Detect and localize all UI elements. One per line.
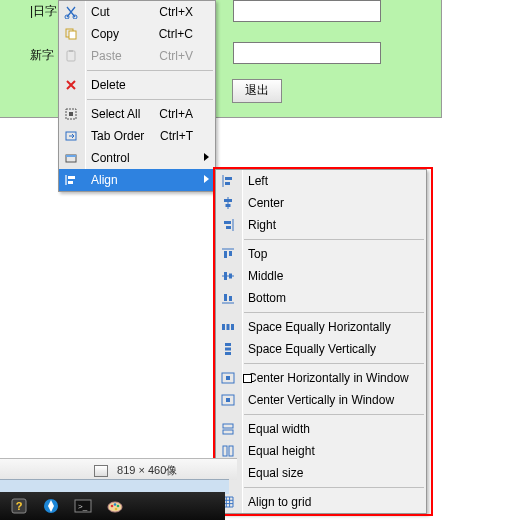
align-top[interactable]: Top [216,243,426,265]
svg-rect-23 [224,294,227,301]
control-icon [63,150,79,166]
taskbar-app-help[interactable]: ? [8,496,30,516]
svg-rect-11 [68,176,75,179]
label-new-field: 新字 [30,47,54,64]
svg-rect-35 [223,424,233,428]
svg-rect-13 [225,177,232,180]
menu-label: Select All [91,107,140,121]
size-icon [94,465,108,477]
align-center-icon [220,195,236,211]
menu-shortcut: Ctrl+V [159,45,193,67]
equal-height-icon [220,443,236,459]
windows-taskbar: ? >_ [0,492,225,520]
svg-rect-26 [227,324,230,330]
svg-rect-21 [224,272,227,280]
paste-icon [63,48,79,64]
menu-label: Copy [91,27,119,41]
textbox-new[interactable] [233,42,381,64]
align-space-v[interactable]: Space Equally Vertically [216,338,426,360]
svg-rect-34 [226,398,230,402]
menu-separator [87,99,213,100]
context-menu: Cut Ctrl+X Copy Ctrl+C Paste Ctrl+V Dele… [58,0,216,192]
menu-label: Middle [248,269,283,283]
menu-separator [244,239,424,240]
taskbar-app-paint[interactable] [104,496,126,516]
svg-rect-24 [229,296,232,301]
svg-rect-3 [69,31,76,39]
menu-label: Delete [91,78,126,92]
exit-button[interactable]: 退出 [232,79,282,103]
menu-control[interactable]: Control [59,147,215,169]
align-equal-height[interactable]: Equal height [216,440,426,462]
svg-rect-30 [225,352,231,355]
menu-paste: Paste Ctrl+V [59,45,215,67]
align-bottom[interactable]: Bottom [216,287,426,309]
align-space-h[interactable]: Space Equally Horizontally [216,316,426,338]
svg-point-48 [114,503,117,506]
align-right-icon [220,217,236,233]
menu-shortcut: Ctrl+X [159,1,193,23]
menu-separator [87,70,213,71]
taskbar-app-circle[interactable] [40,496,62,516]
menu-label: Tab Order [91,129,144,143]
menu-shortcut: Ctrl+A [159,103,193,125]
menu-label: Right [248,218,276,232]
svg-rect-25 [222,324,225,330]
menu-separator [244,414,424,415]
align-equal-width[interactable]: Equal width [216,418,426,440]
menu-copy[interactable]: Copy Ctrl+C [59,23,215,45]
selection-handle[interactable] [243,374,252,383]
align-center[interactable]: Center [216,192,426,214]
svg-rect-38 [229,446,233,456]
menu-label: Center Vertically in Window [248,393,394,407]
menu-delete[interactable]: Delete [59,74,215,96]
delete-icon [63,77,79,93]
space-h-icon [220,319,236,335]
menu-separator [244,363,424,364]
menu-label: Left [248,174,268,188]
align-right[interactable]: Right [216,214,426,236]
menu-label: Center Horizontally in Window [248,371,409,385]
svg-point-49 [117,505,120,508]
copy-icon [63,26,79,42]
align-equal-size[interactable]: Equal size [216,462,426,484]
menu-align[interactable]: Align [59,169,215,191]
svg-text:?: ? [16,500,23,512]
svg-rect-29 [225,348,231,351]
menu-label: Equal width [248,422,310,436]
align-middle-icon [220,268,236,284]
align-left-icon [220,173,236,189]
menu-tab-order[interactable]: Tab Order Ctrl+T [59,125,215,147]
svg-rect-4 [67,51,75,61]
menu-select-all[interactable]: Select All Ctrl+A [59,103,215,125]
svg-rect-17 [224,221,231,224]
textbox-old[interactable] [233,0,381,22]
menu-label: Equal size [248,466,303,480]
status-bar: 819 × 460像 [0,458,237,480]
menu-label: Equal height [248,444,315,458]
align-left[interactable]: Left [216,170,426,192]
cut-icon [63,4,79,20]
menu-label: Align [91,173,118,187]
svg-rect-36 [223,430,233,434]
svg-rect-16 [226,204,231,207]
align-to-grid[interactable]: Align to grid [216,491,426,513]
svg-rect-14 [225,182,230,185]
menu-label: Align to grid [248,495,311,509]
svg-rect-28 [225,343,231,346]
menu-label: Space Equally Vertically [248,342,376,356]
menu-separator [244,312,424,313]
svg-text:>_: >_ [78,502,88,511]
svg-point-47 [111,505,114,508]
menu-label: Space Equally Horizontally [248,320,391,334]
align-center-v-window[interactable]: Center Vertically in Window [216,389,426,411]
svg-rect-5 [69,50,73,52]
center-v-window-icon [220,392,236,408]
svg-rect-32 [226,376,230,380]
svg-rect-22 [229,274,232,279]
menu-cut[interactable]: Cut Ctrl+X [59,1,215,23]
menu-label: Bottom [248,291,286,305]
taskbar-app-terminal[interactable]: >_ [72,496,94,516]
space-v-icon [220,341,236,357]
align-middle[interactable]: Middle [216,265,426,287]
